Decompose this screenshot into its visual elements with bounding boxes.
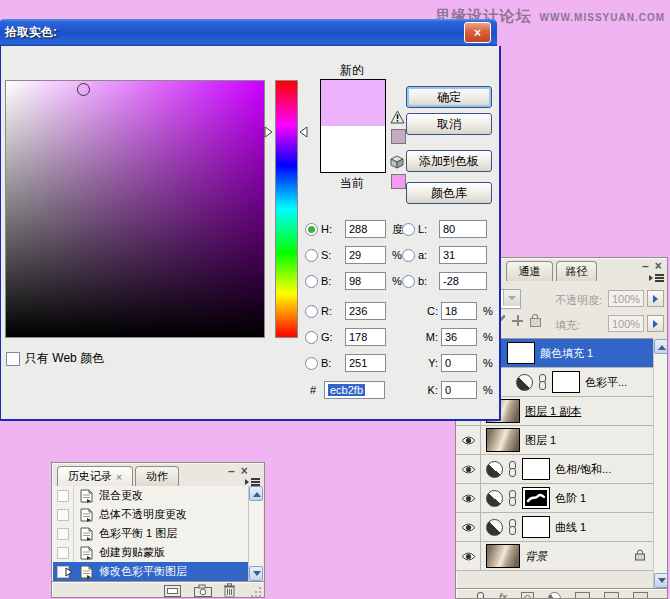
layer-row-hue-saturation[interactable]: 色相/饱和...: [456, 455, 653, 484]
panel-close-icon[interactable]: ×: [655, 261, 662, 271]
radio-lab-b[interactable]: [402, 275, 415, 288]
field-r-input[interactable]: 236: [345, 302, 386, 320]
scroll-down-icon[interactable]: [249, 566, 263, 581]
adjustment-layer-icon[interactable]: [516, 374, 533, 391]
web-only-checkbox[interactable]: [6, 352, 20, 366]
field-a-input[interactable]: 31: [439, 246, 487, 264]
layer-label[interactable]: 色阶 1: [555, 491, 586, 506]
new-snapshot-camera-icon[interactable]: [194, 584, 212, 597]
history-source-cell[interactable]: [53, 543, 74, 562]
history-scrollbar[interactable]: [248, 486, 263, 581]
color-libraries-button[interactable]: 颜色库: [406, 182, 492, 204]
delete-trash-icon[interactable]: [223, 583, 236, 598]
hex-input[interactable]: ecb2fb: [324, 381, 385, 399]
lock-all-icon[interactable]: [530, 318, 541, 327]
scroll-up-icon[interactable]: [249, 486, 263, 501]
tab-history[interactable]: 历史记录 ×: [57, 466, 133, 486]
fill-value[interactable]: 100%: [608, 315, 644, 332]
radio-a[interactable]: [402, 249, 415, 262]
tab-close-icon[interactable]: ×: [116, 471, 122, 483]
tab-paths[interactable]: 路径: [556, 261, 597, 281]
adjustment-layer-icon[interactable]: [486, 519, 503, 536]
radio-r[interactable]: [305, 305, 318, 318]
gamut-warning-icon[interactable]: [390, 110, 405, 124]
panel-resize-grip[interactable]: [250, 586, 262, 598]
layer-label[interactable]: 曲线 1: [555, 520, 586, 535]
hue-slider[interactable]: [275, 80, 298, 338]
field-y-input[interactable]: 0: [441, 354, 477, 372]
layer-label[interactable]: 颜色填充 1: [540, 346, 593, 361]
history-source-cell[interactable]: [53, 524, 74, 543]
tab-channels[interactable]: 通道: [506, 261, 553, 281]
panel-menu-icon[interactable]: [649, 272, 665, 283]
radio-b[interactable]: [305, 357, 318, 370]
add-mask-icon[interactable]: [521, 592, 534, 599]
layer-thumbnail[interactable]: [486, 428, 520, 452]
history-item[interactable]: 色彩平衡 1 图层: [53, 524, 248, 543]
tab-actions[interactable]: 动作: [135, 466, 179, 486]
layer-mask-thumbnail[interactable]: [522, 458, 550, 480]
panel-minimize-icon[interactable]: –: [228, 466, 235, 476]
field-c-input[interactable]: 18: [441, 302, 477, 320]
layer-row-background[interactable]: 背景: [456, 542, 653, 571]
delete-layer-icon[interactable]: [633, 592, 648, 599]
radio-l[interactable]: [402, 223, 415, 236]
visibility-cell[interactable]: [456, 513, 481, 541]
gamut-swatch[interactable]: [391, 129, 406, 144]
layer-label[interactable]: 图层 1: [525, 433, 556, 448]
layer-label[interactable]: 色相/饱和...: [555, 462, 611, 477]
new-document-from-state-icon[interactable]: [164, 585, 181, 597]
field-k-input[interactable]: 0: [441, 381, 477, 399]
visibility-cell[interactable]: [456, 426, 481, 454]
layers-scrollbar[interactable]: [653, 339, 668, 588]
history-item[interactable]: 创建剪贴蒙版: [53, 543, 248, 562]
add-to-swatches-button[interactable]: 添加到色板: [406, 150, 492, 172]
cancel-button[interactable]: 取消: [406, 113, 492, 135]
field-h-input[interactable]: 288: [345, 220, 386, 238]
hue-slider-right-arrow-icon[interactable]: [299, 126, 308, 138]
opacity-slider-arrow-icon[interactable]: [647, 290, 664, 307]
layer-style-fx-icon[interactable]: fx: [499, 592, 507, 599]
scroll-down-icon[interactable]: [654, 573, 668, 588]
field-s-input[interactable]: 29: [345, 246, 386, 264]
visibility-cell[interactable]: [456, 455, 481, 483]
panel-close-icon[interactable]: ×: [241, 466, 248, 476]
web-safe-swatch[interactable]: [391, 174, 406, 189]
web-safe-cube-icon[interactable]: [390, 155, 404, 169]
history-source-cell[interactable]: [53, 505, 74, 524]
hue-slider-left-arrow-icon[interactable]: [264, 126, 273, 138]
visibility-cell[interactable]: [456, 542, 481, 570]
field-brightness-input[interactable]: 98: [345, 272, 386, 290]
color-field-marker[interactable]: [77, 83, 90, 96]
layer-thumbnail[interactable]: [486, 544, 520, 568]
layer-label[interactable]: 背景: [525, 549, 547, 564]
layer-row-curves-1[interactable]: 曲线 1: [456, 513, 653, 542]
new-layer-icon[interactable]: [604, 592, 619, 599]
opacity-value[interactable]: 100%: [608, 290, 644, 307]
field-g-input[interactable]: 178: [345, 328, 386, 346]
new-adjustment-layer-icon[interactable]: [548, 592, 561, 599]
ok-button[interactable]: 确定: [406, 86, 492, 108]
visibility-cell[interactable]: [456, 484, 481, 512]
field-m-input[interactable]: 36: [441, 328, 477, 346]
dialog-titlebar[interactable]: 拾取实色: ×: [0, 19, 497, 46]
fill-slider-arrow-icon[interactable]: [647, 315, 664, 332]
history-item[interactable]: 总体不透明度更改: [53, 505, 248, 524]
color-field[interactable]: [5, 80, 265, 338]
lock-move-icon[interactable]: [512, 315, 523, 326]
radio-g[interactable]: [305, 331, 318, 344]
layer-mask-thumbnail[interactable]: [522, 487, 550, 509]
layer-label[interactable]: 图层 1 副本: [525, 404, 581, 419]
layer-row-layer-1[interactable]: 图层 1: [456, 426, 653, 455]
layer-mask-thumbnail[interactable]: [522, 516, 550, 538]
new-group-icon[interactable]: [575, 592, 590, 599]
adjustment-layer-icon[interactable]: [486, 490, 503, 507]
history-source-cell[interactable]: [53, 486, 74, 505]
field-lab-b-input[interactable]: -28: [439, 272, 487, 290]
layer-mask-thumbnail[interactable]: [507, 342, 535, 364]
radio-h[interactable]: [305, 223, 318, 236]
radio-s[interactable]: [305, 249, 318, 262]
field-b-input[interactable]: 251: [345, 354, 386, 372]
scroll-up-icon[interactable]: [654, 339, 668, 354]
field-l-input[interactable]: 80: [439, 220, 487, 238]
